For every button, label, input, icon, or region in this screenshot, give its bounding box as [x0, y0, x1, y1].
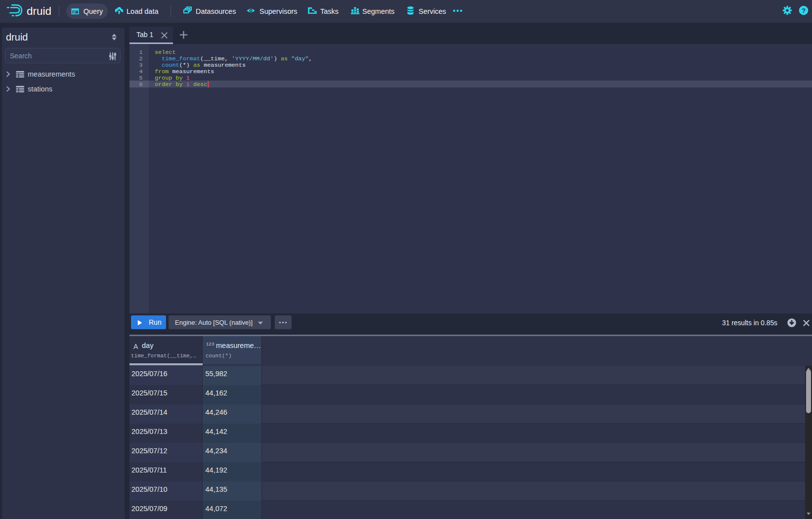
svg-text:?: ? [802, 7, 806, 14]
